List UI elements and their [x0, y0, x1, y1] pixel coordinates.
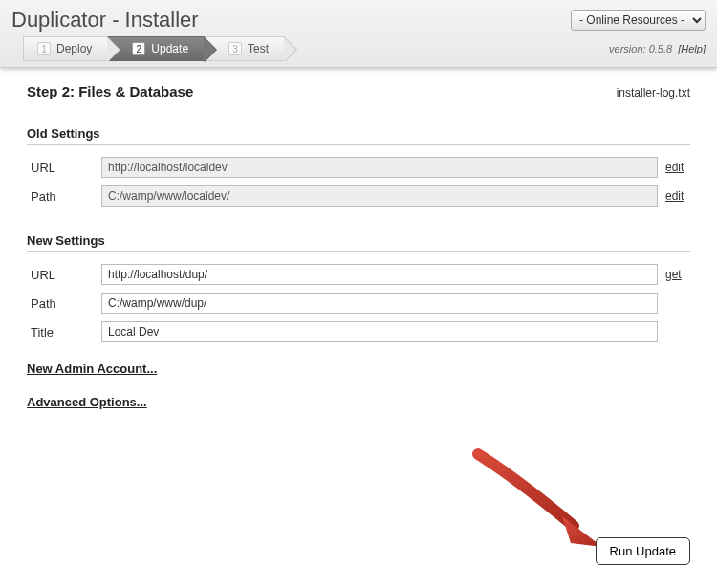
new-path-label: Path [27, 296, 101, 311]
header: Duplicator - Installer - Online Resource… [0, 0, 717, 68]
version-info: version: 0.5.8 [Help] [609, 43, 706, 54]
step-heading-row: Step 2: Files & Database installer-log.t… [27, 83, 690, 99]
main-content: Step 2: Files & Database installer-log.t… [0, 68, 717, 425]
new-url-input[interactable] [101, 264, 658, 285]
new-admin-account-link[interactable]: New Admin Account... [27, 361, 690, 376]
new-path-input[interactable] [101, 293, 658, 314]
old-path-edit-link[interactable]: edit [665, 189, 690, 203]
wizard-step-deploy[interactable]: 1 Deploy [23, 36, 108, 61]
old-path-row: Path edit [27, 185, 690, 207]
old-url-label: URL [27, 161, 101, 175]
new-url-row: URL get [27, 264, 690, 285]
new-url-get-link[interactable]: get [665, 268, 690, 281]
help-link[interactable]: [Help] [678, 43, 706, 54]
run-update-button[interactable]: Run Update [596, 537, 690, 565]
new-url-label: URL [27, 268, 101, 282]
new-path-row: Path get [27, 293, 690, 314]
old-path-label: Path [27, 189, 101, 204]
header-top: Duplicator - Installer - Online Resource… [11, 8, 706, 33]
step-num: 2 [132, 42, 145, 55]
step-num: 1 [37, 42, 51, 55]
old-url-input [101, 157, 658, 178]
wizard-steps: 1 Deploy 2 Update 3 Test [23, 36, 285, 61]
old-url-edit-link[interactable]: edit [665, 161, 690, 174]
advanced-options-link[interactable]: Advanced Options... [27, 395, 690, 409]
new-title-input[interactable] [101, 321, 658, 342]
page-title: Duplicator - Installer [11, 8, 199, 33]
installer-log-link[interactable]: installer-log.txt [617, 86, 690, 99]
old-url-row: URL edit [27, 157, 690, 178]
online-resources-dropdown[interactable]: - Online Resources - [571, 10, 706, 31]
step-heading: Step 2: Files & Database [27, 83, 193, 99]
step-label: Deploy [56, 36, 92, 61]
old-path-input [101, 185, 658, 207]
new-title-row: Title get [27, 321, 690, 342]
step-label: Update [151, 36, 188, 61]
wizard-step-update[interactable]: 2 Update [108, 36, 205, 61]
new-title-label: Title [27, 325, 101, 339]
header-bottom: 1 Deploy 2 Update 3 Test version: 0.5.8 … [11, 36, 706, 61]
old-settings-title: Old Settings [27, 126, 690, 145]
step-num: 3 [228, 42, 242, 55]
new-settings-title: New Settings [27, 233, 690, 252]
step-label: Test [248, 36, 269, 61]
